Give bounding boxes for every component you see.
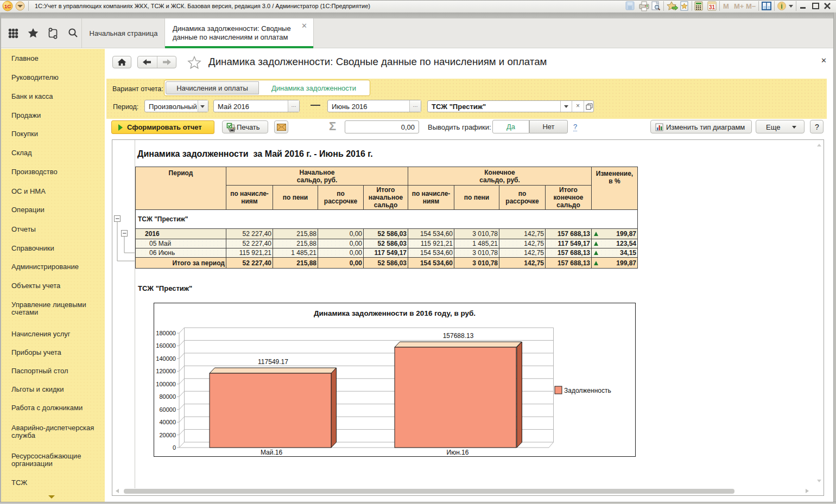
svg-text:157688.13: 157688.13 <box>443 332 474 340</box>
svg-text:M: M <box>723 2 729 10</box>
svg-text:100000: 100000 <box>156 381 176 387</box>
svg-text:120000: 120000 <box>156 368 176 374</box>
svg-text:i: i <box>781 3 782 10</box>
svg-text:140000: 140000 <box>156 355 176 362</box>
svg-text:Май.16: Май.16 <box>261 449 283 456</box>
svg-text:M−: M− <box>746 2 756 10</box>
svg-text:M+: M+ <box>734 2 744 10</box>
svg-text:Июн.16: Июн.16 <box>447 449 469 456</box>
svg-text:117549.17: 117549.17 <box>258 358 288 366</box>
svg-text:60000: 60000 <box>159 406 176 413</box>
svg-text:80000: 80000 <box>159 393 176 400</box>
svg-text:1С: 1С <box>4 3 11 9</box>
svg-text:Динамика задолженности в 2016: Динамика задолженности в 2016 году, в ру… <box>314 309 476 317</box>
svg-text:0: 0 <box>173 444 176 451</box>
svg-text:180000: 180000 <box>156 330 176 336</box>
svg-text:Задолженность: Задолженность <box>564 387 611 394</box>
svg-text:31: 31 <box>709 4 715 10</box>
svg-text:40000: 40000 <box>159 419 176 425</box>
svg-text:20000: 20000 <box>159 432 176 438</box>
svg-text:160000: 160000 <box>156 342 176 349</box>
